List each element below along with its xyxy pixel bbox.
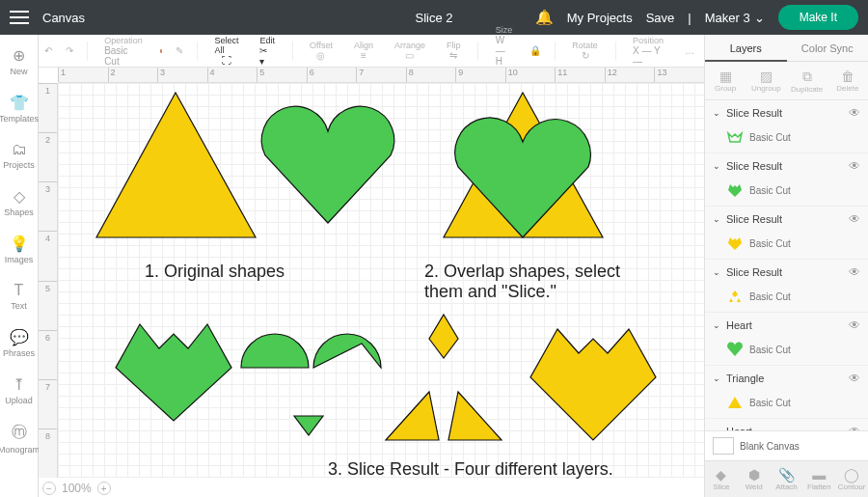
tab-layers[interactable]: Layers bbox=[705, 35, 787, 62]
zoom-control[interactable]: − 100% + bbox=[42, 482, 111, 495]
machine-select[interactable]: Maker 3 ⌄ bbox=[705, 11, 765, 25]
select-all-button[interactable]: Select All⛶ bbox=[210, 36, 242, 66]
layer-row[interactable]: ⌄ Slice Result 👁 Basic Cut bbox=[705, 260, 868, 313]
layer-row[interactable]: ⌄ Slice Result 👁 Basic Cut bbox=[705, 153, 868, 207]
canvas[interactable]: 1. Original shapes 2. Overlap shapes, se… bbox=[58, 83, 704, 478]
sidebar-item-phrases[interactable]: 💬Phrases bbox=[0, 322, 38, 364]
visibility-toggle[interactable]: 👁 bbox=[849, 372, 860, 385]
material-color-swatch[interactable] bbox=[160, 49, 163, 53]
svg-marker-5 bbox=[448, 392, 502, 440]
lock-icon[interactable]: 🔒 bbox=[529, 45, 541, 56]
sidebar-item-new[interactable]: ⊕New bbox=[0, 41, 38, 82]
flip-button[interactable]: Flip⇋ bbox=[443, 41, 465, 61]
slice-green-tiny-tri[interactable] bbox=[294, 416, 323, 435]
duplicate-icon: ⧉ bbox=[802, 69, 812, 85]
sidebar-item-projects[interactable]: 🗂Projects bbox=[0, 135, 38, 176]
layer-thumb bbox=[726, 182, 744, 198]
slice-green-lobe-left[interactable] bbox=[241, 324, 309, 368]
sidebar-item-shapes[interactable]: ◇Shapes bbox=[0, 181, 38, 223]
pen-icon[interactable]: ✎ bbox=[176, 45, 183, 56]
triangle-shape[interactable] bbox=[96, 93, 256, 237]
duplicate-button[interactable]: ⧉Duplicate bbox=[787, 62, 827, 99]
layer-row[interactable]: ⌄ Slice Result 👁 Basic Cut bbox=[705, 100, 868, 153]
layer-name: Slice Result bbox=[726, 213, 782, 225]
svg-marker-0 bbox=[96, 93, 256, 237]
heart-shape[interactable] bbox=[260, 102, 395, 223]
ruler-vertical: 12345678 bbox=[39, 83, 58, 478]
zoom-in-button[interactable]: + bbox=[97, 482, 111, 495]
undo-button[interactable]: ↶ bbox=[44, 45, 52, 56]
slice-yellow-tri-left[interactable] bbox=[386, 392, 439, 440]
chevron-down-icon[interactable]: ⌄ bbox=[713, 161, 720, 171]
make-it-button[interactable]: Make It bbox=[778, 5, 858, 30]
sidebar-item-upload[interactable]: ⤒Upload bbox=[0, 370, 38, 411]
save-button[interactable]: Save bbox=[646, 11, 675, 25]
slice-yellow-hex[interactable] bbox=[530, 329, 656, 440]
svg-marker-4 bbox=[386, 392, 439, 440]
arrange-button[interactable]: Arrange▭ bbox=[391, 41, 429, 61]
visibility-toggle[interactable]: 👁 bbox=[849, 212, 860, 226]
chevron-down-icon[interactable]: ⌄ bbox=[713, 267, 720, 277]
chevron-down-icon[interactable]: ⌄ bbox=[713, 108, 720, 118]
slice-green-hex[interactable] bbox=[116, 324, 231, 421]
flatten-icon: ▬ bbox=[812, 467, 826, 483]
bell-icon[interactable]: 🔔 bbox=[535, 9, 554, 26]
edit-dropdown[interactable]: Edit✂ ▾ bbox=[256, 36, 279, 67]
shapes-icon: ◇ bbox=[14, 187, 25, 206]
contour-button[interactable]: ◯Contour bbox=[835, 461, 868, 497]
sidebar-item-templates[interactable]: 👕Templates bbox=[0, 88, 38, 129]
chevron-down-icon[interactable]: ⌄ bbox=[713, 320, 720, 330]
weld-icon: ⬢ bbox=[748, 467, 760, 483]
contour-icon: ◯ bbox=[844, 467, 859, 483]
layer-row[interactable]: ⌄ Heart 👁 Basic Cut bbox=[705, 419, 868, 430]
visibility-toggle[interactable]: 👁 bbox=[849, 265, 860, 279]
app-header: Canvas Slice 2 🔔 My Projects Save | Make… bbox=[0, 0, 868, 35]
more-button[interactable]: … bbox=[681, 45, 698, 56]
divider: | bbox=[688, 11, 691, 25]
visibility-toggle[interactable]: 👁 bbox=[849, 318, 860, 332]
operation-group[interactable]: OperationBasic Cut bbox=[100, 36, 147, 67]
blank-canvas-row[interactable]: Blank Canvas bbox=[705, 430, 868, 460]
attach-button[interactable]: 📎Attach bbox=[771, 461, 803, 497]
visibility-toggle[interactable]: 👁 bbox=[849, 159, 860, 173]
layer-tools: ▦Group ▨Ungroup ⧉Duplicate 🗑Delete bbox=[705, 62, 868, 100]
menu-icon[interactable] bbox=[10, 11, 29, 24]
document-title[interactable]: Slice 2 bbox=[415, 11, 452, 25]
my-projects-link[interactable]: My Projects bbox=[567, 11, 633, 25]
visibility-toggle[interactable]: 👁 bbox=[849, 106, 860, 120]
svg-marker-8 bbox=[737, 298, 741, 302]
right-panel: Layers Color Sync ▦Group ▨Ungroup ⧉Dupli… bbox=[704, 35, 868, 497]
tab-color-sync[interactable]: Color Sync bbox=[787, 35, 869, 62]
layers-list: ⌄ Slice Result 👁 Basic Cut ⌄ Slice Resul… bbox=[705, 100, 868, 430]
align-button[interactable]: Align≡ bbox=[350, 41, 377, 61]
sidebar-item-text[interactable]: TText bbox=[0, 276, 38, 317]
zoom-value: 100% bbox=[62, 482, 92, 495]
bottom-tools: ◆Slice ⬢Weld 📎Attach ▬Flatten ◯Contour bbox=[705, 460, 868, 497]
flatten-button[interactable]: ▬Flatten bbox=[802, 461, 835, 497]
slice-green-lobe-right[interactable] bbox=[313, 324, 381, 368]
position-group[interactable]: PositionX — Y — bbox=[629, 36, 667, 67]
layer-name: Slice Result bbox=[726, 107, 782, 119]
slice-yellow-tip[interactable] bbox=[429, 315, 458, 358]
layer-name: Triangle bbox=[726, 373, 764, 384]
rotate-group[interactable]: Rotate↻ bbox=[568, 41, 602, 61]
ruler-horizontal: 12345678910111213 bbox=[58, 68, 704, 83]
delete-button[interactable]: 🗑Delete bbox=[827, 62, 868, 99]
layer-row[interactable]: ⌄ Triangle 👁 Basic Cut bbox=[705, 366, 868, 419]
sidebar-item-monogram[interactable]: ⓜMonogram bbox=[0, 417, 38, 460]
weld-button[interactable]: ⬢Weld bbox=[738, 461, 771, 497]
group-button[interactable]: ▦Group bbox=[705, 62, 746, 99]
ungroup-button[interactable]: ▨Ungroup bbox=[746, 62, 786, 99]
chevron-down-icon[interactable]: ⌄ bbox=[713, 373, 720, 383]
slice-yellow-tri-right[interactable] bbox=[448, 392, 502, 440]
layer-row[interactable]: ⌄ Heart 👁 Basic Cut bbox=[705, 313, 868, 366]
redo-button[interactable]: ↷ bbox=[66, 45, 73, 56]
annotation-1: 1. Original shapes bbox=[145, 262, 285, 282]
sidebar-item-images[interactable]: 💡Images bbox=[0, 229, 38, 270]
slice-button[interactable]: ◆Slice bbox=[705, 461, 738, 497]
heart-shape-2[interactable] bbox=[453, 112, 593, 237]
layer-row[interactable]: ⌄ Slice Result 👁 Basic Cut bbox=[705, 207, 868, 260]
chevron-down-icon[interactable]: ⌄ bbox=[713, 214, 720, 224]
zoom-out-button[interactable]: − bbox=[42, 482, 56, 495]
offset-button[interactable]: Offset◎ bbox=[306, 41, 337, 61]
